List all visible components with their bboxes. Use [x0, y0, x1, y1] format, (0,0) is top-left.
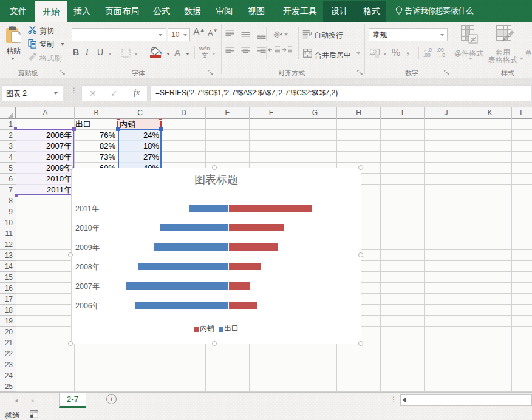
svg-text:ab: ab	[271, 29, 281, 38]
